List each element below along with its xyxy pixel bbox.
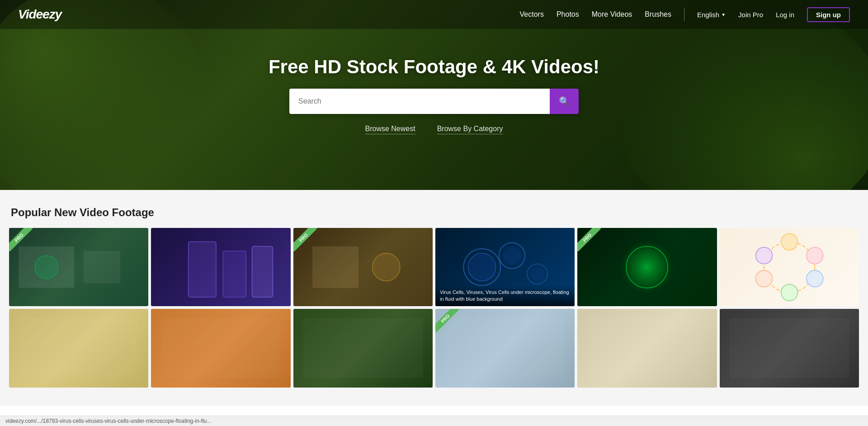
section-title: Popular New Video Footage: [9, 206, 859, 219]
video-card-1[interactable]: PRO: [9, 228, 148, 306]
video-grid: PRO PRO Virus Cells, Viruses, Virus Cell…: [9, 228, 859, 388]
search-button[interactable]: 🔍: [550, 89, 579, 114]
browse-links: Browse Newest Browse By Category: [365, 125, 503, 134]
logo[interactable]: Videezy: [18, 7, 61, 22]
language-selector[interactable]: English ▼: [697, 11, 726, 19]
navbar-links: Vectors Photos More Videos Brushes Engli…: [520, 7, 850, 22]
pro-badge: PRO: [9, 228, 33, 251]
search-bar: 🔍: [289, 89, 579, 114]
video-card-10[interactable]: PRO: [435, 309, 575, 387]
video-card-12[interactable]: [720, 309, 859, 387]
language-label: English: [697, 11, 719, 19]
signup-button[interactable]: Sign up: [807, 7, 850, 22]
nav-vectors[interactable]: Vectors: [520, 10, 544, 19]
video-card-8[interactable]: [151, 309, 290, 387]
video-card-6[interactable]: [720, 228, 859, 306]
login-link[interactable]: Log in: [776, 11, 794, 19]
browse-category-link[interactable]: Browse By Category: [437, 125, 503, 134]
video-card-7[interactable]: [9, 309, 148, 387]
search-input[interactable]: [289, 89, 550, 114]
pro-badge: PRO: [435, 309, 459, 332]
pro-badge: PRO: [293, 228, 317, 251]
nav-divider: [684, 8, 684, 21]
video-card-5[interactable]: PRO: [577, 228, 717, 306]
main-content: Popular New Video Footage PRO PRO Virus …: [0, 190, 868, 406]
video-card-9[interactable]: [293, 309, 433, 387]
video-card-3[interactable]: PRO: [293, 228, 433, 306]
video-card-11[interactable]: [577, 309, 717, 387]
video-card-4[interactable]: Virus Cells, Viruses, Virus Cells under …: [435, 228, 575, 306]
browse-newest-link[interactable]: Browse Newest: [365, 125, 415, 134]
nav-more-videos[interactable]: More Videos: [592, 10, 632, 19]
nav-brushes[interactable]: Brushes: [645, 10, 671, 19]
chevron-down-icon: ▼: [721, 12, 726, 17]
card-caption: Virus Cells, Viruses, Virus Cells under …: [435, 285, 575, 307]
pro-badge: PRO: [577, 228, 601, 251]
nav-photos[interactable]: Photos: [557, 10, 579, 19]
navbar: Videezy Vectors Photos More Videos Brush…: [0, 0, 868, 29]
hero-content: Free HD Stock Footage & 4K Videos! 🔍 Bro…: [0, 56, 868, 134]
search-icon: 🔍: [559, 96, 570, 107]
join-pro-link[interactable]: Join Pro: [738, 11, 763, 19]
hero-title: Free HD Stock Footage & 4K Videos!: [269, 56, 599, 78]
video-card-2[interactable]: [151, 228, 290, 306]
